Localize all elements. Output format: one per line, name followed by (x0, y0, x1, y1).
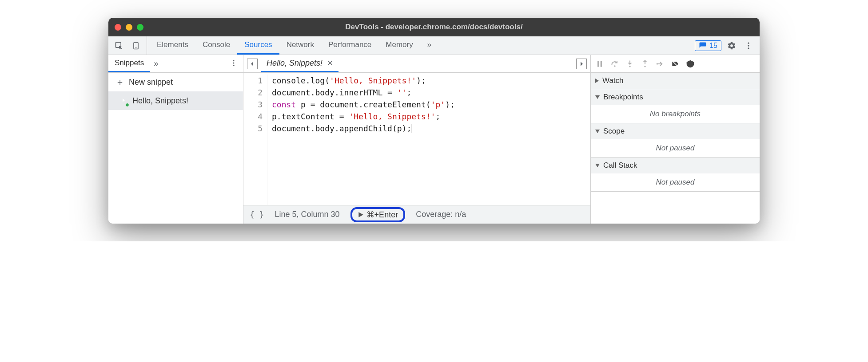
show-debugger-icon[interactable] (576, 59, 587, 69)
tabs-overflow[interactable]: » (420, 36, 438, 55)
pause-icon[interactable] (595, 59, 604, 68)
snippet-file-icon (120, 96, 128, 106)
coverage-status: Coverage: n/a (416, 210, 466, 219)
sources-panel: Snippets » ＋ New snippet Hello, Snippets… (108, 55, 760, 224)
breakpoints-section: Breakpoints No breakpoints (591, 89, 760, 123)
file-tab-name: Hello, Snippets! (267, 59, 323, 68)
debugger-toolbar (591, 55, 760, 73)
settings-icon[interactable] (725, 39, 738, 52)
svg-rect-9 (597, 61, 599, 67)
tab-network[interactable]: Network (279, 36, 321, 55)
issues-badge[interactable]: 15 (695, 40, 721, 51)
step-out-icon[interactable] (641, 59, 649, 68)
chevron-down-icon (595, 95, 600, 99)
new-snippet-button[interactable]: ＋ New snippet (108, 73, 243, 91)
line-gutter: 1 2 3 4 5 (243, 75, 267, 205)
svg-point-4 (748, 45, 749, 46)
cursor-position: Line 5, Column 30 (275, 210, 340, 219)
callstack-section: Call Stack Not paused (591, 157, 760, 192)
chevron-down-icon (595, 164, 600, 167)
tab-elements[interactable]: Elements (150, 36, 195, 55)
panel-tabs: Elements Console Sources Network Perform… (150, 36, 695, 55)
svg-point-8 (233, 64, 235, 66)
svg-point-14 (657, 63, 658, 64)
callstack-header[interactable]: Call Stack (591, 157, 760, 173)
code-editor[interactable]: 1 2 3 4 5 console.log('Hello, Snippets!'… (243, 73, 590, 205)
window-title: DevTools - developer.chrome.com/docs/dev… (108, 23, 760, 31)
breakpoints-empty: No breakpoints (591, 105, 760, 123)
device-toolbar-icon[interactable] (130, 39, 142, 52)
close-tab-icon[interactable]: ✕ (327, 59, 333, 68)
svg-point-12 (629, 66, 630, 67)
minimize-window-button[interactable] (126, 24, 132, 31)
file-tab-active[interactable]: Hello, Snippets! ✕ (261, 55, 338, 72)
deactivate-breakpoints-icon[interactable] (671, 59, 680, 68)
titlebar: DevTools - developer.chrome.com/docs/dev… (108, 18, 760, 36)
main-toolbar: Elements Console Sources Network Perform… (108, 36, 760, 55)
pause-on-exceptions-icon[interactable] (686, 59, 695, 68)
tab-console[interactable]: Console (195, 36, 237, 55)
svg-point-5 (748, 47, 749, 49)
scope-empty: Not paused (591, 139, 760, 157)
svg-rect-10 (601, 61, 602, 67)
svg-point-7 (233, 62, 235, 63)
run-snippet-button[interactable]: ⌘+Enter (350, 207, 406, 222)
debugger-pane: Watch Breakpoints No breakpoints Scope N… (591, 55, 760, 224)
snippet-item[interactable]: Hello, Snippets! (108, 91, 243, 110)
breakpoints-header[interactable]: Breakpoints (591, 89, 760, 105)
issues-count: 15 (709, 42, 717, 50)
snippets-tab[interactable]: Snippets (108, 55, 150, 72)
format-code-button[interactable]: { } (250, 210, 264, 219)
code-content: console.log('Hello, Snippets!');document… (267, 75, 455, 205)
tab-memory[interactable]: Memory (378, 36, 420, 55)
watch-header[interactable]: Watch (591, 73, 760, 89)
maximize-window-button[interactable] (137, 24, 143, 31)
snippet-name: Hello, Snippets! (132, 96, 188, 106)
window-controls (115, 24, 143, 31)
new-snippet-label: New snippet (129, 78, 173, 87)
svg-point-13 (644, 66, 645, 67)
svg-point-11 (614, 65, 615, 67)
step-into-icon[interactable] (625, 59, 634, 68)
navigator-more-icon[interactable] (224, 59, 243, 69)
devtools-window: DevTools - developer.chrome.com/docs/dev… (108, 18, 760, 224)
run-shortcut-label: ⌘+Enter (366, 210, 398, 220)
chevron-right-icon (595, 79, 599, 83)
more-menu-icon[interactable] (742, 39, 755, 52)
chevron-down-icon (595, 130, 600, 133)
plus-icon: ＋ (115, 76, 124, 88)
navigator-overflow[interactable]: » (150, 59, 162, 68)
show-navigator-icon[interactable] (247, 59, 258, 69)
editor-pane: Hello, Snippets! ✕ 1 2 3 4 5 console.log… (243, 55, 591, 224)
inspect-element-icon[interactable] (113, 39, 125, 52)
close-window-button[interactable] (115, 24, 121, 31)
svg-point-3 (748, 42, 749, 43)
editor-tabstrip: Hello, Snippets! ✕ (243, 55, 590, 73)
watch-section: Watch (591, 73, 760, 89)
scope-header[interactable]: Scope (591, 123, 760, 139)
tab-sources[interactable]: Sources (237, 36, 279, 55)
svg-point-6 (233, 60, 235, 61)
callstack-empty: Not paused (591, 173, 760, 191)
navigator-tabs: Snippets » (108, 55, 243, 73)
scope-section: Scope Not paused (591, 123, 760, 157)
step-icon[interactable] (656, 59, 665, 68)
tab-performance[interactable]: Performance (321, 36, 378, 55)
navigator-sidebar: Snippets » ＋ New snippet Hello, Snippets… (108, 55, 243, 224)
step-over-icon[interactable] (610, 59, 619, 68)
editor-statusbar: { } Line 5, Column 30 ⌘+Enter Coverage: … (243, 205, 590, 224)
